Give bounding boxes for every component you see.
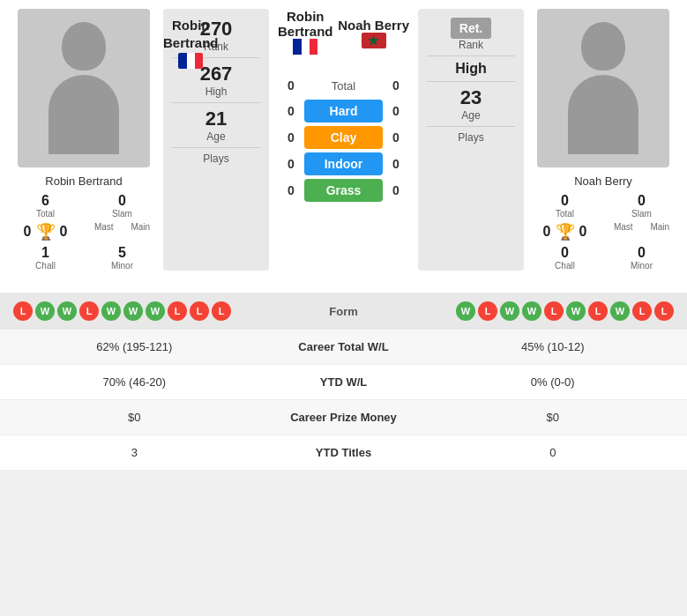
right-avatar-head	[581, 22, 625, 71]
form-badge-w: W	[101, 301, 121, 321]
clay-row: 0 Clay 0	[278, 126, 409, 149]
right-age: 23 Age	[460, 86, 482, 122]
right-plays: Plays	[458, 131, 483, 144]
left-form-badges: LWWLWWWLLL	[13, 301, 291, 321]
left-player-stats-grid: 6 Total 0 Slam 0 🏆 0	[9, 193, 159, 271]
right-center-name: Noah Berry★	[338, 18, 409, 48]
right-player-card: Noah Berry 0 Total 0 Slam 0 🏆	[528, 9, 678, 271]
rdivider1	[427, 56, 515, 56]
left-age: 21 Age	[205, 108, 227, 143]
form-label: Form	[291, 305, 397, 318]
right-total-stat: 0 Total	[528, 193, 601, 219]
right-middle-stats: Ret. Rank High 23 Age Plays	[418, 9, 524, 271]
player-comparison: Robin Bertrand 6 Total 0 Slam 0 🏆	[0, 0, 687, 284]
stats-right-1: 0% (0-0)	[432, 375, 675, 389]
divider2	[172, 102, 260, 103]
left-player-avatar	[18, 9, 150, 167]
grass-row: 0 Grass 0	[278, 179, 409, 202]
ret-badge: Ret.	[451, 18, 491, 39]
left-center-name: RobinBertrand	[278, 9, 333, 57]
main-container: Robin Bertrand 6 Total 0 Slam 0 🏆	[0, 0, 687, 471]
form-badge-l: L	[544, 301, 564, 321]
form-badge-l: L	[632, 301, 652, 321]
stats-row-1: 70% (46-20)YTD W/L0% (0-0)	[0, 365, 687, 400]
form-badge-w: W	[610, 301, 630, 321]
form-badge-w: W	[35, 301, 55, 321]
right-rank: Ret. Rank	[451, 18, 491, 51]
left-trophy-icon: 🏆	[36, 222, 56, 241]
form-badge-w: W	[522, 301, 541, 321]
form-badge-l: L	[79, 301, 99, 321]
left-player-card: Robin Bertrand 6 Total 0 Slam 0 🏆	[9, 9, 159, 271]
left-minor-stat: 5 Minor	[86, 245, 159, 271]
form-section: LWWLWWWLLL Form WLWWLWLWLL	[0, 293, 687, 330]
stats-label-2: Career Prize Money	[256, 411, 432, 424]
form-badge-l: L	[654, 301, 674, 321]
left-mast-main-labels: Mast Main	[86, 222, 159, 241]
right-mast-row: 0 🏆 0	[528, 222, 601, 241]
right-mast-main-labels: Mast Main	[605, 222, 678, 241]
left-player-name: Robin Bertrand	[45, 174, 122, 188]
left-header-name-line2: Bertrand	[163, 35, 219, 50]
left-total-stat: 6 Total	[9, 193, 82, 219]
stats-label-0: Career Total W/L	[256, 340, 432, 353]
stats-row-2: $0Career Prize Money$0	[0, 400, 687, 435]
stats-left-2: $0	[13, 411, 256, 424]
france-flag-icon	[178, 53, 203, 69]
right-form-badges: WLWWLWLWLL	[397, 301, 675, 321]
stats-left-3: 3	[13, 446, 256, 459]
stats-left-0: 62% (195-121)	[13, 340, 256, 353]
stats-left-1: 70% (46-20)	[13, 375, 256, 389]
avatar-head	[62, 22, 106, 71]
rdivider3	[427, 126, 515, 127]
right-player-stats-grid: 0 Total 0 Slam 0 🏆 0	[528, 193, 678, 271]
left-header-name-line1: Robin	[172, 18, 210, 33]
right-avatar-body	[568, 75, 638, 154]
form-badge-w: W	[123, 301, 143, 321]
total-row: 0 Total 0	[278, 78, 409, 93]
stats-row-3: 3YTD Titles0	[0, 435, 687, 471]
stats-table: 62% (195-121)Career Total W/L45% (10-12)…	[0, 330, 687, 471]
form-badge-w: W	[500, 301, 519, 321]
form-badge-w: W	[566, 301, 586, 321]
stats-row-0: 62% (195-121)Career Total W/L45% (10-12)	[0, 330, 687, 365]
form-badge-w: W	[456, 301, 475, 321]
stats-right-2: $0	[432, 411, 675, 424]
right-slam-stat: 0 Slam	[605, 193, 678, 219]
stats-right-0: 45% (10-12)	[432, 340, 675, 353]
form-badge-l: L	[212, 301, 231, 321]
left-chall-stat: 1 Chall	[9, 245, 82, 271]
form-badge-l: L	[13, 301, 33, 321]
stats-right-3: 0	[432, 446, 675, 459]
right-player-avatar	[537, 9, 669, 167]
left-mast-row: 0 🏆 0	[9, 222, 82, 241]
stats-label-3: YTD Titles	[256, 446, 432, 459]
left-plays: Plays	[203, 152, 228, 165]
form-badge-w: W	[57, 301, 77, 321]
left-slam-stat: 0 Slam	[86, 193, 159, 219]
player-names-header: RobinBertrandNoah Berry★	[278, 9, 409, 57]
right-minor-stat: 0 Minor	[605, 245, 678, 271]
form-badge-w: W	[146, 301, 165, 321]
right-player-name: Noah Berry	[574, 174, 632, 188]
right-high: High	[455, 61, 487, 77]
stats-label-1: YTD W/L	[256, 375, 432, 389]
left-player-header: Robin Bertrand	[163, 18, 219, 69]
indoor-row: 0 Indoor 0	[278, 152, 409, 175]
form-badge-l: L	[478, 301, 497, 321]
right-chall-stat: 0 Chall	[528, 245, 601, 271]
form-badge-l: L	[168, 301, 187, 321]
hard-row: 0 Hard 0	[278, 100, 409, 122]
form-badge-l: L	[190, 301, 209, 321]
avatar-body	[49, 75, 119, 154]
divider3	[172, 147, 260, 148]
rdivider2	[427, 81, 515, 82]
center-courts: RobinBertrandNoah Berry★ Robin Bertrand …	[273, 9, 414, 271]
right-trophy-icon: 🏆	[556, 222, 575, 241]
form-badge-l: L	[588, 301, 608, 321]
